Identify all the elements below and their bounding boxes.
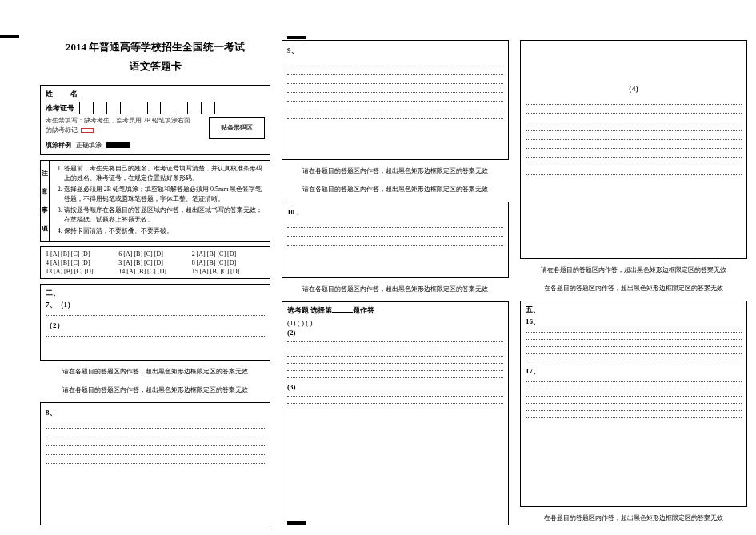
zone-notice: 请在各题目的答题区内作答，超出黑色矩形边框限定区的答案无效 xyxy=(282,165,509,178)
answer-line xyxy=(46,315,265,316)
section-5-label: 五、 xyxy=(526,305,742,315)
mcq-cell[interactable]: 15 [A] [B] [C] [D] xyxy=(192,268,265,275)
q17-label: 17、 xyxy=(526,366,742,377)
frq-section5[interactable]: 五、 16、 17、 xyxy=(520,301,747,507)
q4-label: （4） xyxy=(526,84,742,94)
candidate-info-box: 姓 名 准考证号 考生禁填写：缺考考生，监考员用 2B 铅笔填涂右面 的缺考标记 xyxy=(40,85,270,155)
frq-q10[interactable]: 10 、 xyxy=(282,202,509,278)
opt-3-label: (3) xyxy=(287,383,503,391)
zone-notice: 请在各题目的答题区内作答，超出黑色矩形边框限定区的答案无效 xyxy=(40,384,270,397)
mcq-cell[interactable]: 13 [A] [B] [C] [D] xyxy=(46,268,118,275)
q7-2-label: （2） xyxy=(46,321,265,331)
section-2-label: 二、 xyxy=(46,288,265,298)
column-1: 2014 年普通高等学校招生全国统一考试 语文答题卡 姓 名 准考证号 考生禁填… xyxy=(40,40,270,525)
optional-blank[interactable] xyxy=(332,312,353,313)
fill-example-good-label: 正确填涂 xyxy=(76,141,102,150)
mcq-cell[interactable]: 8 [A] [B] [C] [D] xyxy=(192,259,265,266)
zone-notice: 请在各题目的答题区内作答，超出黑色矩形边框限定区的答案无效 xyxy=(520,264,747,277)
exam-number-label: 准考证号 xyxy=(46,103,74,114)
q9-label: 9、 xyxy=(287,46,503,56)
zone-notice: 在各题目的答题区内作答，超出黑色矩形边框限定区的答案无效 xyxy=(520,282,747,296)
absent-mark-box[interactable] xyxy=(81,128,94,133)
frq-q7[interactable]: 二、 7、（1） （2） xyxy=(40,284,270,361)
zone-notice: 在各题目的答题区内作答，超出黑色矩形边框限定区的答案无效 xyxy=(520,512,747,525)
barcode-area[interactable]: 贴条形码区 xyxy=(209,117,265,139)
attention-item: 请按题号顺序在各题目的答题区域内作答，超出区域书写的答案无效；在草稿纸、试题卷上… xyxy=(64,206,266,225)
exam-number-boxes[interactable] xyxy=(79,102,215,114)
attention-item: 选择题必须用 2B 铅笔填涂；填空题和解答题必须用 0.5mm 黑色签字笔答题，… xyxy=(64,185,266,204)
mcq-cell[interactable]: 4 [A] [B] [C] [D] xyxy=(46,259,118,266)
frq-q8[interactable]: 8、 xyxy=(40,402,270,525)
answer-sheet: 2014 年普通高等学校招生全国统一考试 语文答题卡 姓 名 准考证号 考生禁填… xyxy=(40,40,748,525)
exam-title: 2014 年普通高等学校招生全国统一考试 xyxy=(40,40,270,54)
column-2: 9、 请在各题目的答题区内作答，超出黑色矩形边框限定区的答案无效 请在各题目的答… xyxy=(282,40,509,525)
crop-mark xyxy=(287,36,306,39)
name-label: 姓 名 xyxy=(46,89,86,99)
column-3: （4） 请在各题目的答题区内作答，超出黑色矩形边框限定区的答案无效 在各题目的答… xyxy=(520,40,747,525)
optional-question-box[interactable]: 选考题 选择第题作答 (1) ( ) ( ) (2) (3) xyxy=(282,301,509,525)
q10-label: 10 、 xyxy=(287,207,503,218)
mcq-grid[interactable]: 1 [A] [B] [C] [D] 6 [A] [B] [C] [D] 2 [A… xyxy=(40,246,270,279)
mcq-cell[interactable]: 2 [A] [B] [C] [D] xyxy=(192,250,265,258)
attention-box: 注 意 事 项 答题前，考生先将自己的姓名、准考证号填写清楚，并认真核准条形码上… xyxy=(40,160,270,242)
opt-row-1: (1) ( ) ( ) xyxy=(287,319,503,327)
q16-label: 16、 xyxy=(526,317,742,327)
answer-line xyxy=(46,336,265,337)
zone-notice: 请在各题目的答题区内作答，超出黑色矩形边框限定区的答案无效 xyxy=(282,283,509,297)
fill-hint-line2: 的缺考标记 xyxy=(46,126,78,135)
mcq-cell[interactable]: 6 [A] [B] [C] [D] xyxy=(118,250,191,258)
q7-1-label: 7、（1） xyxy=(46,300,265,310)
mcq-cell[interactable]: 1 [A] [B] [C] [D] xyxy=(46,250,118,258)
mcq-cell[interactable]: 14 [A] [B] [C] [D] xyxy=(118,268,191,275)
fill-hint-line1: 考生禁填写：缺考考生，监考员用 2B 铅笔填涂右面 xyxy=(46,117,206,126)
zone-notice: 请在各题目的答题区内作答，超出黑色矩形边框限定区的答案无效 xyxy=(40,365,270,379)
exam-subtitle: 语文答题卡 xyxy=(40,59,270,74)
crop-mark xyxy=(0,35,19,38)
attention-item: 保持卡面清洁，不要折叠、不要弄破。 xyxy=(64,226,266,236)
fill-example-swatch xyxy=(106,142,130,148)
attention-item: 答题前，考生先将自己的姓名、准考证号填写清楚，并认真核准条形码上的姓名、准考证号… xyxy=(64,164,266,183)
sheet-header: 2014 年普通高等学校招生全国统一考试 语文答题卡 xyxy=(40,40,270,80)
frq-q9[interactable]: 9、 xyxy=(282,40,509,160)
optional-heading: 选考题 选择第题作答 xyxy=(287,305,503,316)
fill-example-label: 填涂样例 xyxy=(46,141,71,150)
mcq-cell[interactable]: 3 [A] [B] [C] [D] xyxy=(118,259,191,266)
zone-notice: 请在各题目的答题区内作答，超出黑色矩形边框限定区的答案无效 xyxy=(282,183,509,197)
frq-q4[interactable]: （4） xyxy=(520,40,747,259)
q8-label: 8、 xyxy=(46,408,265,418)
opt-2-label: (2) xyxy=(287,329,503,337)
